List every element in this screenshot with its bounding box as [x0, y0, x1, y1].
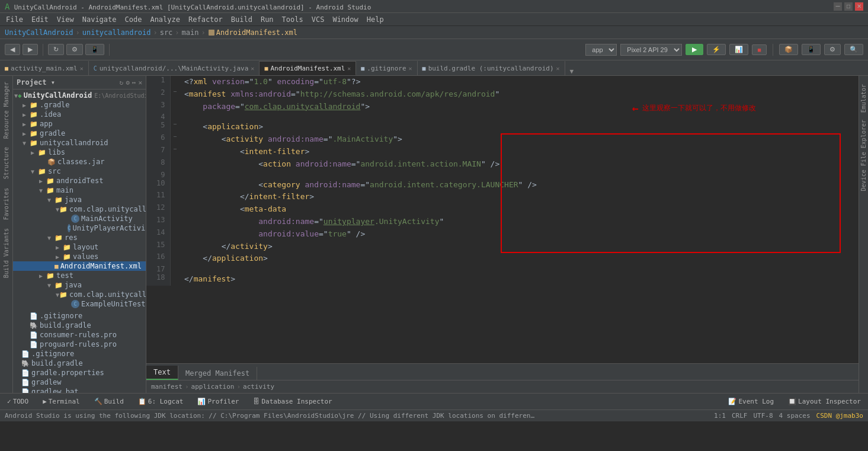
tree-consumer-rules[interactable]: ▶ 📄 consumer-rules.pro	[13, 330, 146, 340]
menu-code[interactable]: Code	[121, 14, 146, 25]
tree-root-gitignore[interactable]: ▶ 📄 .gitignore	[13, 349, 146, 359]
app-selector[interactable]: app	[585, 44, 617, 56]
tree-com-clap[interactable]: ▼ 📁 com.clap.unitycallandroid	[13, 204, 146, 214]
close-sidebar-icon[interactable]: ✕	[138, 79, 142, 87]
menu-file[interactable]: File	[2, 14, 27, 25]
tree-gradle[interactable]: ▶ 📁 .gradle	[13, 100, 146, 110]
toolbar-avd-btn[interactable]: 📱	[85, 44, 104, 55]
tree-src[interactable]: ▼ 📁 src	[13, 167, 146, 176]
debug-button[interactable]: ⚡	[707, 44, 726, 55]
tab-text[interactable]: Text	[146, 366, 178, 380]
tree-main[interactable]: ▼ 📁 main	[13, 185, 146, 195]
toolbar-forward-btn[interactable]: ▶	[23, 44, 38, 55]
tree-test-com-clap[interactable]: ▼ 📁 com.clap.unitycallandroid	[13, 290, 146, 299]
todo-button[interactable]: ✓ TODO	[5, 396, 31, 407]
menu-edit[interactable]: Edit	[28, 14, 52, 25]
tab-androidmanifest[interactable]: ■ AndroidManifest.xml ✕	[260, 61, 356, 75]
menu-build[interactable]: Build	[228, 14, 256, 25]
tree-classes-jar[interactable]: ▶ 📦 classes.jar	[13, 157, 146, 167]
menu-help[interactable]: Help	[363, 14, 387, 25]
vtab-resource-manager[interactable]: Resource Manager	[2, 78, 11, 142]
tree-app[interactable]: ▶ 📁 app	[13, 119, 146, 129]
tree-libs[interactable]: ▶ 📁 libs	[13, 148, 146, 157]
vtab-build-variants[interactable]: Build Variants	[2, 225, 11, 282]
breadcrumb-main[interactable]: main	[182, 28, 199, 37]
gear-icon[interactable]: ⚙	[126, 79, 130, 87]
tree-buildgradle[interactable]: ▶ 🐘 build.gradle	[13, 321, 146, 330]
editor-breadcrumb-activity[interactable]: activity	[243, 383, 274, 391]
tab-overflow[interactable]: ▼	[565, 68, 579, 75]
tab-merged-manifest[interactable]: Merged Manifest	[178, 367, 257, 380]
tree-root-buildgradle[interactable]: ▶ 🐘 build.gradle	[13, 359, 146, 368]
code-view[interactable]: ← 这里观察一下就可以了，不用做修改 1 <?xml version="1.0"…	[146, 76, 859, 363]
menu-view[interactable]: View	[53, 14, 78, 25]
menu-navigate[interactable]: Navigate	[79, 14, 120, 25]
tree-idea[interactable]: ▶ 📁 .idea	[13, 110, 146, 119]
tab-mainactivity[interactable]: C unitycallandroid/...\MainActivity.java…	[89, 61, 260, 75]
tree-gitignore[interactable]: ▶ 📄 .gitignore	[13, 311, 146, 321]
settings-btn[interactable]: ⚙	[824, 44, 841, 55]
tab-buildgradle-close[interactable]: ✕	[556, 65, 560, 72]
vtab-structure[interactable]: Structure	[2, 143, 11, 183]
title-bar-controls[interactable]: ─ □ ✕	[834, 2, 863, 11]
tab-mainactivity-close[interactable]: ✕	[251, 65, 254, 72]
terminal-button[interactable]: ▶ Terminal	[40, 396, 82, 407]
tree-values[interactable]: ▶ 📁 values	[13, 252, 146, 261]
menu-window[interactable]: Window	[329, 14, 361, 25]
logcat-button[interactable]: 📋 6: Logcat	[136, 396, 186, 407]
editor-breadcrumb-application[interactable]: application	[191, 383, 235, 391]
menu-run[interactable]: Run	[257, 14, 277, 25]
profile-button[interactable]: 📊	[729, 44, 748, 55]
tab-activity-main-close[interactable]: ✕	[80, 65, 84, 72]
toolbar-gradle-btn[interactable]: ⚙	[66, 44, 83, 55]
tree-test-java[interactable]: ▼ 📁 java	[13, 280, 146, 290]
tree-gradle-properties[interactable]: ▶ 📄 gradle.properties	[13, 368, 146, 378]
database-inspector-button[interactable]: 🗄 Database Inspector	[251, 396, 334, 407]
tree-gradlew[interactable]: ▶ 📄 gradlew	[13, 378, 146, 387]
minimize-button[interactable]: ─	[834, 2, 842, 11]
search-btn[interactable]: 🔍	[844, 44, 863, 55]
tree-unitycallandroid[interactable]: ▼ 📁 unitycallandroid	[13, 138, 146, 148]
avd-manager-btn[interactable]: 📱	[802, 44, 821, 55]
breadcrumb-module[interactable]: unitycallandroid	[82, 28, 151, 37]
tree-exampleunit[interactable]: ▶ C ExampleUnitTest	[13, 299, 146, 309]
tree-test[interactable]: ▶ 📁 test	[13, 271, 146, 280]
build-button[interactable]: 🔨 Build	[92, 396, 126, 407]
tree-androidtest[interactable]: ▶ 📁 androidTest	[13, 176, 146, 185]
menu-vcs[interactable]: VCS	[308, 14, 328, 25]
tree-androidmanifest-file[interactable]: ▶ ■ AndroidManifest.xml	[13, 261, 146, 271]
tab-gitignore-close[interactable]: ✕	[409, 65, 412, 72]
tree-gradle-dir[interactable]: ▶ 📁 gradle	[13, 129, 146, 138]
sync-icon[interactable]: ↻	[120, 79, 124, 87]
tab-androidmanifest-close[interactable]: ✕	[347, 65, 351, 72]
maximize-button[interactable]: □	[844, 2, 853, 11]
sdk-manager-btn[interactable]: 📦	[779, 44, 798, 55]
close-button[interactable]: ✕	[855, 2, 863, 11]
tab-activity-main[interactable]: ■ activity_main.xml ✕	[0, 61, 89, 75]
tab-buildgradle[interactable]: ■ build.gradle (:unitycallandroid) ✕	[418, 61, 565, 75]
stop-button[interactable]: ■	[752, 44, 767, 55]
toolbar-back-btn[interactable]: ◀	[5, 44, 20, 55]
breadcrumb-src[interactable]: src	[160, 28, 173, 37]
breadcrumb-project[interactable]: UnityCallAndroid	[5, 28, 73, 37]
tab-gitignore[interactable]: ■ .gitignore ✕	[356, 61, 417, 75]
tree-gradlew-bat[interactable]: ▶ 📄 gradlew.bat	[13, 387, 146, 393]
editor-breadcrumb-manifest[interactable]: manifest	[151, 383, 182, 391]
tree-layout[interactable]: ▶ 📁 layout	[13, 242, 146, 252]
menu-refactor[interactable]: Refactor	[185, 14, 226, 25]
expand-icon[interactable]: ↔	[132, 79, 136, 87]
event-log-button[interactable]: 📝 Event Log	[726, 396, 776, 407]
tree-java[interactable]: ▼ 📁 java	[13, 195, 146, 204]
emulator-tab[interactable]: Emulator	[859, 81, 868, 116]
toolbar-sync-btn[interactable]: ↻	[48, 44, 64, 55]
device-file-explorer-tab[interactable]: Device File Explorer	[859, 116, 868, 194]
tree-proguard[interactable]: ▶ 📄 proguard-rules.pro	[13, 340, 146, 349]
vtab-favorites[interactable]: Favorites	[2, 184, 11, 223]
tree-res[interactable]: ▼ 📁 res	[13, 233, 146, 242]
profiler-button[interactable]: 📊 Profiler	[195, 396, 241, 407]
run-button[interactable]: ▶	[686, 44, 703, 55]
layout-inspector-button[interactable]: 🔲 Layout Inspector	[786, 396, 863, 407]
menu-tools[interactable]: Tools	[278, 14, 307, 25]
tree-unitycallandroid-root[interactable]: ▼ ◆ UnityCallAndroid E:\AndroidStudioPro…	[13, 91, 146, 100]
menu-analyze[interactable]: Analyze	[146, 14, 184, 25]
